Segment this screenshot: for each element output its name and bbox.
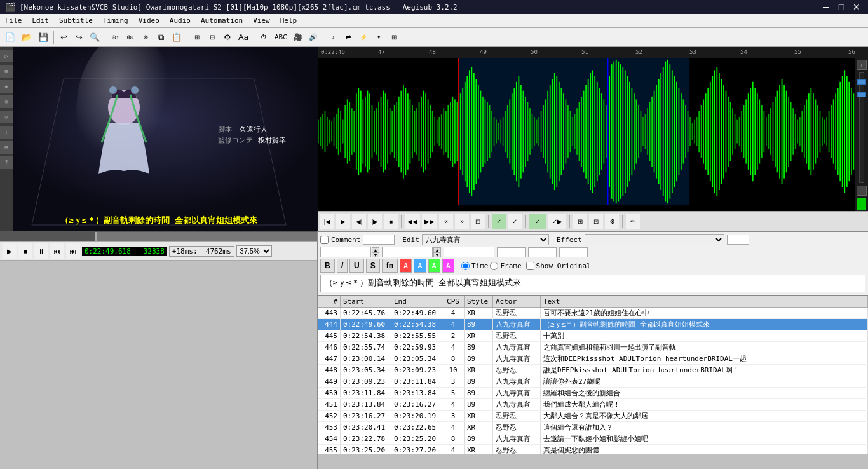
wav-commit-2[interactable]: ✓▶ bbox=[548, 214, 566, 229]
properties-button[interactable]: ⚙ bbox=[220, 30, 234, 45]
join-lines-button[interactable]: ⊞ bbox=[190, 30, 204, 45]
wav-goto-sel[interactable]: ⊡ bbox=[471, 214, 485, 229]
insert-after-button[interactable]: ⊕↓ bbox=[123, 30, 137, 45]
table-row[interactable]: 445 0:22:54.38 0:22:55.55 2 XR 忍野忍 十萬別 bbox=[318, 330, 868, 342]
time-start-down[interactable]: ▼ bbox=[372, 252, 379, 257]
table-row[interactable]: 455 0:23:25.20 0:23:27.20 4 XR 忍野忍 真是個妮惡… bbox=[318, 445, 868, 455]
time-radio[interactable] bbox=[461, 262, 470, 270]
wave-zoom-in[interactable]: + bbox=[857, 60, 867, 70]
shift-times-button[interactable]: ⇄ bbox=[341, 30, 355, 45]
comment-checkbox[interactable] bbox=[320, 236, 329, 244]
table-row[interactable]: 454 0:23:22.78 0:23:25.20 8 89 八九寺真宵 去邀請… bbox=[318, 433, 868, 445]
wav-karaoke-button[interactable]: ⊞ bbox=[573, 214, 587, 229]
undo-button[interactable]: ↩ bbox=[57, 30, 71, 45]
video-icon-1[interactable]: ▷ bbox=[0, 50, 13, 62]
wav-settings-button[interactable]: ⚙ bbox=[605, 214, 619, 229]
time-start-up[interactable]: ▲ bbox=[372, 247, 379, 252]
timing-button[interactable]: ⏱ bbox=[257, 30, 271, 45]
subtitle-text-input[interactable]: （≥ｙ≤＊）副音軌剩餘的時間 全都以真宵姐姐模式來 bbox=[320, 275, 865, 292]
wave-zoom-slider[interactable] bbox=[859, 72, 864, 183]
color1-button[interactable]: A bbox=[400, 259, 412, 273]
menu-video[interactable]: Video bbox=[133, 15, 165, 26]
video-icon-6[interactable]: ↕ bbox=[0, 126, 13, 139]
zoom-select[interactable]: 37.5% 50% 75% 100% bbox=[236, 245, 272, 257]
next-frame-button[interactable]: ⏭ bbox=[66, 243, 80, 259]
color4-button[interactable]: A bbox=[442, 259, 454, 273]
wav-sfx-button[interactable]: ⊡ bbox=[589, 214, 603, 229]
video-icon-2[interactable]: ⊞ bbox=[0, 65, 13, 78]
wav-back-1s[interactable]: ◀◀ bbox=[405, 214, 420, 229]
wav-prev-frame[interactable]: ◀| bbox=[352, 214, 366, 229]
video-icon-8[interactable]: ? bbox=[0, 156, 13, 169]
karaoke-button[interactable]: ♪ bbox=[326, 30, 340, 45]
wav-set-start[interactable]: ✓ bbox=[492, 214, 506, 229]
wav-set-end[interactable]: ✓ bbox=[508, 214, 522, 229]
video-icon-7[interactable]: ⊞ bbox=[0, 141, 13, 154]
table-row[interactable]: 447 0:23:00.14 0:23:05.34 8 89 八九寺真宵 這次和… bbox=[318, 353, 868, 365]
time-start-input[interactable]: 0:22:49.60 bbox=[320, 247, 371, 257]
insert-before-button[interactable]: ⊕↑ bbox=[108, 30, 122, 45]
save-button[interactable]: 💾 bbox=[36, 30, 51, 45]
menu-file[interactable]: File bbox=[0, 15, 27, 26]
minimize-button[interactable]: ─ bbox=[820, 1, 832, 13]
pause-button[interactable]: ⏸ bbox=[34, 243, 48, 259]
open-button[interactable]: 📂 bbox=[19, 30, 34, 45]
actor-select[interactable]: 八九寺真宵 忍野忍 bbox=[422, 234, 549, 245]
extra-btn-1[interactable]: ✦ bbox=[372, 30, 386, 45]
spell-button[interactable]: ABC bbox=[272, 30, 290, 45]
find-button[interactable]: 🔍 bbox=[87, 30, 102, 45]
table-row[interactable]: 448 0:23:05.34 0:23:09.23 10 XR 忍野忍 誰是DE… bbox=[318, 365, 868, 376]
wav-back-5s[interactable]: « bbox=[439, 214, 453, 229]
close-button[interactable]: ✕ bbox=[850, 1, 863, 13]
time-duration-input[interactable]: 0:00:04.78 bbox=[444, 247, 494, 257]
wav-stop-button[interactable]: ■ bbox=[384, 214, 398, 229]
color2-button[interactable]: A bbox=[414, 259, 426, 273]
stop-button[interactable]: ■ bbox=[18, 243, 32, 259]
color3-button[interactable]: A bbox=[428, 259, 440, 273]
font-name-button[interactable]: fn bbox=[382, 259, 398, 273]
strikethrough-button[interactable]: S bbox=[366, 259, 380, 273]
wav-fwd-1s[interactable]: ▶▶ bbox=[422, 214, 437, 229]
video-open-button[interactable]: 🎥 bbox=[291, 30, 305, 45]
num3-input[interactable]: 0 bbox=[559, 247, 588, 257]
time-end-up[interactable]: ▲ bbox=[433, 247, 441, 252]
wav-play-button[interactable]: ▶ bbox=[336, 214, 350, 229]
table-row[interactable]: 444 0:22:49.60 0:22:54.38 4 89 八九寺真宵 （≥ｙ… bbox=[318, 319, 868, 330]
menu-subtitle[interactable]: Subtitle bbox=[54, 15, 98, 26]
video-icon-4[interactable]: ⊕ bbox=[0, 95, 13, 108]
layer-input[interactable]: 89 bbox=[363, 234, 395, 245]
wave-zoom-out[interactable]: − bbox=[857, 186, 867, 196]
bold-button[interactable]: B bbox=[320, 259, 335, 273]
audio-open-button[interactable]: 🔊 bbox=[306, 30, 320, 45]
table-row[interactable]: 449 0:23:09.23 0:23:11.84 3 89 八九寺真宵 讓讓你… bbox=[318, 376, 868, 388]
wav-commit-1[interactable]: ✓ bbox=[529, 214, 546, 229]
wav-fwd-5s[interactable]: » bbox=[455, 214, 469, 229]
styles-button[interactable]: Aa bbox=[236, 30, 251, 45]
time-end-input[interactable]: 0:22:54.38 bbox=[382, 247, 433, 257]
table-row[interactable]: 443 0:22:45.76 0:22:49.60 4 XR 忍野忍 吾可不要永… bbox=[318, 308, 868, 319]
menu-help[interactable]: Help bbox=[275, 15, 302, 26]
copy-button[interactable]: ⧉ bbox=[154, 30, 168, 45]
num2-input[interactable]: 0 bbox=[528, 247, 557, 257]
table-row[interactable]: 453 0:23:20.41 0:23:22.65 4 XR 忍野忍 這個組合還… bbox=[318, 422, 868, 433]
menu-view[interactable]: View bbox=[248, 15, 275, 26]
wav-next-frame[interactable]: |▶ bbox=[368, 214, 382, 229]
restore-button[interactable]: □ bbox=[835, 1, 848, 13]
paste-button[interactable]: 📋 bbox=[169, 30, 184, 45]
redo-button[interactable]: ↪ bbox=[72, 30, 86, 45]
effect-select[interactable] bbox=[585, 234, 724, 245]
num1-input[interactable]: 0 bbox=[497, 247, 526, 257]
frame-radio[interactable] bbox=[490, 262, 498, 270]
split-button[interactable]: ⊟ bbox=[205, 30, 219, 45]
delete-button[interactable]: ⊗ bbox=[139, 30, 153, 45]
menu-automation[interactable]: Automation bbox=[196, 15, 248, 26]
show-original-checkbox[interactable] bbox=[526, 262, 534, 270]
play-button[interactable]: ▶ bbox=[3, 243, 17, 259]
time-end-down[interactable]: ▼ bbox=[433, 252, 441, 257]
new-button[interactable]: 📄 bbox=[3, 30, 18, 45]
italic-button[interactable]: I bbox=[337, 259, 348, 273]
wav-pencil-button[interactable]: ✏ bbox=[626, 214, 640, 229]
table-row[interactable]: 450 0:23:11.84 0:23:13.84 5 89 八九寺真宵 纏羅和… bbox=[318, 388, 868, 399]
auto-timing-button[interactable]: ⚡ bbox=[356, 30, 370, 45]
menu-timing[interactable]: Timing bbox=[98, 15, 133, 26]
